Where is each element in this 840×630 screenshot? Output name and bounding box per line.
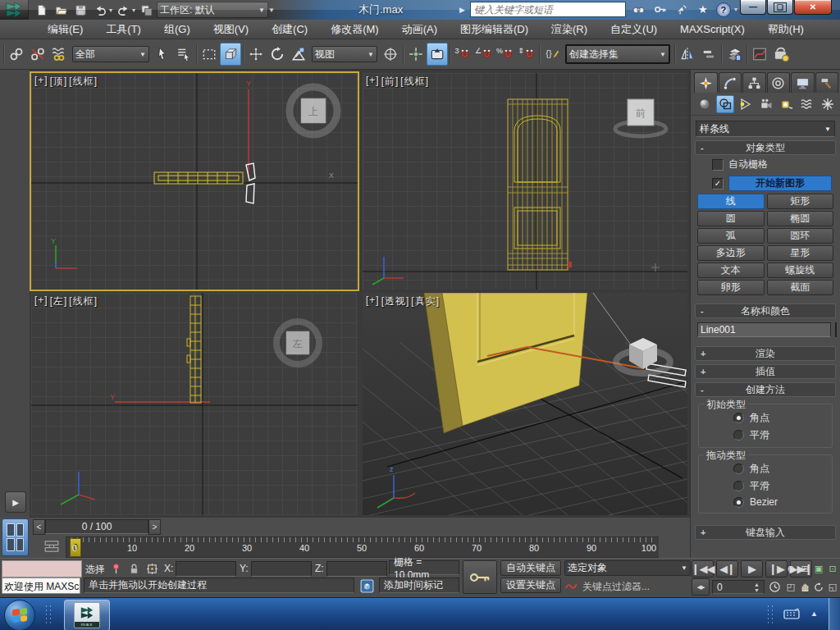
category-lights-icon[interactable]	[737, 95, 755, 113]
select-and-manipulate-icon[interactable]	[405, 43, 427, 66]
pan-icon[interactable]	[798, 578, 811, 596]
undo-icon[interactable]	[91, 2, 109, 18]
object-type-button[interactable]: 多边形	[697, 245, 765, 261]
application-menu-button[interactable]	[0, 0, 29, 20]
menu-item-9[interactable]: 自定义(U)	[599, 20, 669, 39]
viewport-menu-plus[interactable]: [+]	[366, 294, 380, 308]
menu-item-11[interactable]: 帮助(H)	[756, 20, 815, 39]
key-mode-dropdown[interactable]: 选定对象 ▼	[564, 560, 691, 576]
radio-option[interactable]: 角点	[702, 409, 829, 427]
field-of-view-icon[interactable]: ◰	[784, 578, 797, 596]
tab-modify-icon[interactable]	[719, 72, 742, 93]
object-type-button[interactable]: 文本	[697, 262, 765, 278]
menu-item-10[interactable]: MAXScript(X)	[669, 20, 756, 39]
object-type-button[interactable]: 截面	[767, 280, 834, 295]
set-keys-button[interactable]	[463, 560, 497, 594]
selection-lock-icon[interactable]	[126, 561, 141, 576]
menu-item-1[interactable]: 工具(T)	[94, 20, 153, 39]
maximize-viewport-toggle-icon[interactable]: ◱	[826, 578, 839, 596]
go-to-start-button[interactable]: ❙◀◀	[692, 560, 714, 578]
select-and-link-icon[interactable]	[6, 43, 27, 66]
help-dropdown-arrow-icon[interactable]: ▾	[734, 6, 737, 13]
viewport-shading-menu[interactable]: [线框]	[69, 75, 98, 89]
viewcube-front[interactable]: 前	[612, 91, 669, 139]
radio-icon[interactable]	[733, 463, 744, 474]
rollout-object-type[interactable]: - 对象类型	[695, 140, 836, 155]
select-and-scale-icon[interactable]	[288, 43, 309, 66]
shape-category-dropdown[interactable]: 样条线 ▼	[696, 121, 835, 137]
tab-motion-icon[interactable]	[767, 72, 791, 93]
language-keyboard-icon[interactable]	[781, 605, 802, 622]
menu-item-6[interactable]: 动画(A)	[390, 20, 449, 39]
redo-icon[interactable]	[114, 2, 132, 18]
undo-dropdown-arrow-icon[interactable]: ▾	[109, 7, 112, 14]
object-type-button[interactable]: 矩形	[767, 194, 834, 209]
maxscript-mini-listener-output[interactable]: 欢迎使用 MAXScr	[2, 578, 80, 594]
object-type-button[interactable]: 圆环	[767, 228, 834, 244]
percent-snap-icon[interactable]: %	[495, 43, 516, 66]
subscription-key-icon[interactable]	[652, 2, 669, 17]
time-configuration-icon[interactable]	[767, 580, 782, 595]
radio-option[interactable]: 角点	[702, 460, 829, 477]
viewport-shading-menu[interactable]: [线框]	[400, 75, 429, 89]
search-input[interactable]	[470, 2, 626, 17]
viewport-perspective[interactable]: [+] [透视] [真实]	[363, 293, 687, 515]
zoom-extents-icon[interactable]: ▣	[812, 560, 825, 578]
category-geometry-icon[interactable]	[696, 95, 714, 113]
communication-center-icon[interactable]	[673, 2, 690, 17]
radio-icon[interactable]	[733, 481, 744, 491]
rollout-interpolation[interactable]: + 插值	[695, 364, 836, 379]
select-object-icon[interactable]	[152, 43, 173, 66]
menu-item-2[interactable]: 组(G)	[153, 20, 202, 39]
start-new-shape-button[interactable]: 开始新图形	[728, 176, 832, 191]
key-filters-button[interactable]: 关键点过滤器...	[582, 580, 650, 594]
zoom-icon[interactable]: ⊕	[784, 560, 797, 578]
open-file-icon[interactable]	[52, 2, 70, 18]
rollout-rendering[interactable]: + 渲染	[695, 346, 836, 361]
window-crossing-toggle-icon[interactable]	[220, 43, 241, 66]
object-type-button[interactable]: 弧	[697, 228, 765, 244]
viewport-name-menu[interactable]: [透视]	[381, 294, 410, 308]
viewport-menu-plus[interactable]: [+]	[34, 75, 48, 89]
zoom-extents-all-icon[interactable]: ⊡	[826, 560, 839, 578]
next-frame-button[interactable]: >	[148, 519, 161, 535]
angle-snap-icon[interactable]: ∠	[473, 43, 495, 66]
x-coordinate-field[interactable]	[176, 561, 236, 577]
radio-option[interactable]: 平滑	[702, 427, 829, 444]
unlink-selection-icon[interactable]	[27, 43, 48, 66]
zoom-all-icon[interactable]: ⊞	[798, 560, 811, 578]
curve-editor-icon[interactable]	[749, 43, 770, 66]
viewport-left[interactable]: [+] [左] [线框] Y 左	[31, 293, 358, 515]
rollout-keyboard-entry[interactable]: + 键盘输入	[695, 525, 836, 540]
absolute-mode-transform-icon[interactable]	[144, 561, 159, 576]
object-type-button[interactable]: 圆	[697, 211, 765, 226]
taskbar-3dsmax-button[interactable]: max	[64, 600, 110, 630]
track-bar[interactable]: 0 0102030405060708090100	[66, 536, 659, 558]
named-selection-sets-dropdown[interactable]: 创建选择集▼	[565, 44, 670, 64]
menu-item-0[interactable]: 编辑(E)	[36, 20, 94, 39]
radio-option[interactable]: 平滑	[702, 477, 829, 495]
rollout-creation-method[interactable]: - 创建方法	[695, 382, 836, 397]
menu-item-3[interactable]: 视图(V)	[202, 20, 260, 39]
search-icon[interactable]	[631, 2, 647, 17]
select-and-move-icon[interactable]	[245, 43, 267, 66]
show-desktop-button[interactable]	[829, 598, 840, 630]
viewport-shading-menu[interactable]: [真实]	[411, 294, 440, 308]
play-button[interactable]: ▶	[741, 560, 763, 578]
key-filters-curve-icon[interactable]	[564, 578, 579, 593]
category-cameras-icon[interactable]	[757, 95, 775, 113]
category-systems-icon[interactable]	[819, 95, 837, 113]
restore-button[interactable]: ❏	[767, 0, 793, 15]
current-frame-field[interactable]: 0▲▼	[712, 580, 765, 594]
search-expand-icon[interactable]: ▶	[459, 6, 465, 14]
qat-overflow-arrow-icon[interactable]: ▼	[268, 7, 275, 14]
object-type-button[interactable]: 星形	[767, 245, 834, 261]
workspace-icon[interactable]	[137, 2, 155, 18]
favorites-star-icon[interactable]: ★	[695, 2, 711, 17]
category-helpers-icon[interactable]	[778, 95, 796, 113]
viewport-layout-button[interactable]	[2, 518, 29, 556]
object-type-button[interactable]: 螺旋线	[767, 262, 834, 278]
object-color-swatch[interactable]	[835, 322, 837, 337]
tab-create-icon[interactable]	[694, 72, 718, 93]
mirror-icon[interactable]	[677, 43, 698, 66]
